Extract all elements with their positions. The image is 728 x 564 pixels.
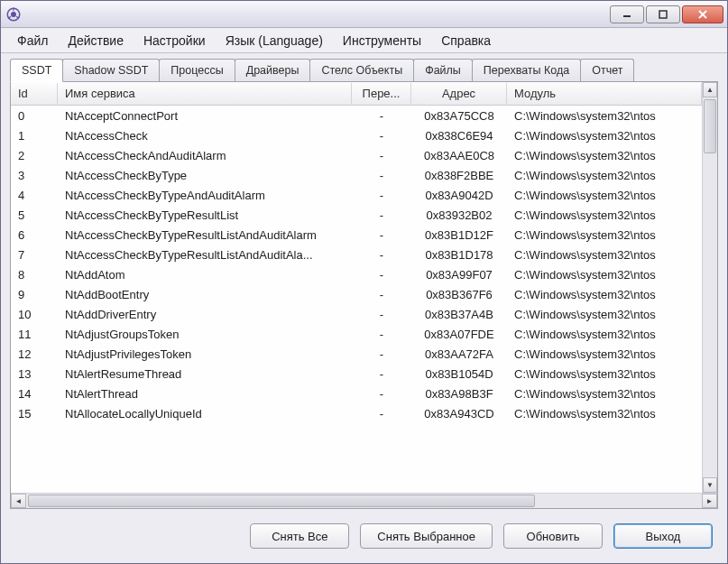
scroll-left-icon[interactable]: ◄ — [11, 494, 26, 508]
cell-hooked: - — [352, 127, 411, 144]
cell-address: 0x83B1D12F — [411, 227, 507, 244]
cell-service: NtAdjustGroupsToken — [58, 326, 352, 343]
cell-service: NtAddBootEntry — [58, 286, 352, 303]
tab-files[interactable]: Файлы — [413, 59, 473, 81]
tab-drivers[interactable]: Драйверы — [235, 59, 311, 81]
vscroll-track[interactable] — [703, 97, 717, 477]
deselect-all-button[interactable]: Снять Все — [250, 523, 349, 549]
table-row[interactable]: 5NtAccessCheckByTypeResultList-0x83932B0… — [11, 205, 702, 225]
cell-id: 9 — [11, 286, 58, 303]
minimize-button[interactable] — [610, 5, 644, 23]
table-row[interactable]: 9NtAddBootEntry-0x83B367F6C:\Windows\sys… — [11, 284, 702, 304]
refresh-button[interactable]: Обновить — [503, 523, 603, 549]
menu-bar: Файл Действие Настройки Язык (Language) … — [1, 28, 727, 53]
cell-id: 11 — [11, 326, 58, 343]
table-row[interactable]: 7NtAccessCheckByTypeResultListAndAuditAl… — [11, 245, 702, 264]
cell-module: C:\Windows\system32\ntos — [507, 246, 702, 264]
tab-stealth-objects[interactable]: Стелс Объекты — [309, 59, 414, 81]
cell-hooked: - — [352, 306, 411, 323]
cell-id: 10 — [11, 306, 58, 323]
cell-module: C:\Windows\system32\ntos — [507, 266, 702, 283]
main-window: Файл Действие Настройки Язык (Language) … — [0, 0, 728, 564]
cell-service: NtAccessCheckByTypeResultListAndAuditAla… — [58, 246, 352, 264]
table-row[interactable]: 13NtAlertResumeThread-0x83B1054DC:\Windo… — [11, 364, 702, 384]
table-row[interactable]: 2NtAccessCheckAndAuditAlarm-0x83AAE0C8C:… — [11, 145, 702, 165]
cell-address: 0x83932B02 — [411, 207, 507, 224]
table-row[interactable]: 4NtAccessCheckByTypeAndAuditAlarm-0x83A9… — [11, 185, 702, 205]
hscroll-track[interactable] — [26, 494, 702, 508]
tab-processes[interactable]: Процессы — [159, 59, 235, 81]
maximize-button[interactable] — [646, 5, 680, 23]
tab-shadow-ssdt[interactable]: Shadow SSDT — [62, 59, 160, 81]
table-row[interactable]: 14NtAlertThread-0x83A98B3FC:\Windows\sys… — [11, 384, 702, 403]
tab-code-hooks[interactable]: Перехваты Кода — [472, 59, 581, 81]
cell-hooked: - — [352, 286, 411, 303]
client-area: SSDT Shadow SSDT Процессы Драйверы Стелс… — [1, 53, 727, 563]
svg-point-1 — [11, 12, 16, 17]
cell-hooked: - — [352, 365, 411, 383]
cell-service: NtAlertThread — [58, 385, 352, 402]
cell-address: 0x83AA72FA — [411, 346, 507, 363]
cell-address: 0x83AAE0C8 — [411, 147, 507, 164]
table-row[interactable]: 15NtAllocateLocallyUniqueId-0x83A943CDC:… — [11, 403, 702, 423]
ssdt-listview: Id Имя сервиса Пере... Адрес Модуль 0NtA… — [11, 82, 717, 508]
vscroll-thumb[interactable] — [704, 99, 716, 153]
cell-service: NtAccessCheckAndAuditAlarm — [58, 147, 352, 164]
cell-service: NtAccessCheckByTypeResultListAndAuditAla… — [58, 227, 352, 244]
column-header-hooked[interactable]: Пере... — [352, 83, 411, 104]
table-row[interactable]: 0NtAcceptConnectPort-0x83A75CC8C:\Window… — [11, 106, 702, 125]
horizontal-scrollbar[interactable]: ◄ ► — [11, 493, 717, 508]
cell-address: 0x83A98B3F — [411, 385, 507, 402]
menu-help[interactable]: Справка — [432, 30, 500, 51]
tab-report[interactable]: Отчет — [580, 59, 634, 81]
table-row[interactable]: 12NtAdjustPrivilegesToken-0x83AA72FAC:\W… — [11, 344, 702, 364]
scroll-down-icon[interactable]: ▼ — [703, 477, 717, 493]
cell-module: C:\Windows\system32\ntos — [507, 147, 702, 164]
table-row[interactable]: 10NtAddDriverEntry-0x83B37A4BC:\Windows\… — [11, 304, 702, 324]
table-row[interactable]: 1NtAccessCheck-0x838C6E94C:\Windows\syst… — [11, 125, 702, 145]
cell-address: 0x83A75CC8 — [411, 107, 507, 125]
hscroll-thumb[interactable] — [28, 495, 535, 507]
cell-service: NtAddAtom — [58, 266, 352, 283]
table-row[interactable]: 8NtAddAtom-0x83A99F07C:\Windows\system32… — [11, 264, 702, 284]
cell-id: 5 — [11, 207, 58, 224]
cell-module: C:\Windows\system32\ntos — [507, 107, 702, 125]
cell-address: 0x838F2BBE — [411, 167, 507, 184]
cell-module: C:\Windows\system32\ntos — [507, 167, 702, 184]
cell-id: 14 — [11, 385, 58, 402]
exit-button[interactable]: Выход — [613, 523, 713, 549]
cell-service: NtAllocateLocallyUniqueId — [58, 405, 352, 422]
menu-file[interactable]: Файл — [8, 30, 57, 51]
column-header-address[interactable]: Адрес — [411, 83, 507, 104]
svg-rect-6 — [659, 11, 667, 18]
cell-module: C:\Windows\system32\ntos — [507, 187, 702, 204]
deselect-selected-button[interactable]: Снять Выбранное — [360, 523, 493, 549]
cell-hooked: - — [352, 326, 411, 343]
table-row[interactable]: 6NtAccessCheckByTypeResultListAndAuditAl… — [11, 225, 702, 245]
scroll-right-icon[interactable]: ► — [702, 494, 717, 508]
cell-module: C:\Windows\system32\ntos — [507, 365, 702, 383]
close-button[interactable] — [682, 5, 723, 23]
column-header-module[interactable]: Модуль — [507, 83, 702, 104]
vertical-scrollbar[interactable]: ▲ ▼ — [702, 82, 717, 493]
column-header-service[interactable]: Имя сервиса — [58, 83, 352, 104]
table-row[interactable]: 11NtAdjustGroupsToken-0x83A07FDEC:\Windo… — [11, 324, 702, 344]
tab-strip: SSDT Shadow SSDT Процессы Драйверы Стелс… — [10, 59, 718, 82]
cell-id: 0 — [11, 107, 58, 125]
cell-module: C:\Windows\system32\ntos — [507, 385, 702, 402]
cell-id: 7 — [11, 246, 58, 264]
menu-language[interactable]: Язык (Language) — [217, 30, 332, 51]
cell-service: NtAddDriverEntry — [58, 306, 352, 323]
cell-service: NtAcceptConnectPort — [58, 107, 352, 125]
cell-hooked: - — [352, 167, 411, 184]
scroll-up-icon[interactable]: ▲ — [703, 82, 717, 97]
table-row[interactable]: 3NtAccessCheckByType-0x838F2BBEC:\Window… — [11, 165, 702, 185]
cell-module: C:\Windows\system32\ntos — [507, 227, 702, 244]
menu-settings[interactable]: Настройки — [134, 30, 215, 51]
listview-body[interactable]: 0NtAcceptConnectPort-0x83A75CC8C:\Window… — [11, 106, 702, 493]
button-row: Снять Все Снять Выбранное Обновить Выход — [10, 509, 718, 554]
tab-ssdt[interactable]: SSDT — [10, 59, 63, 82]
menu-tools[interactable]: Инструменты — [334, 30, 430, 51]
menu-action[interactable]: Действие — [59, 30, 133, 51]
column-header-id[interactable]: Id — [11, 83, 58, 104]
